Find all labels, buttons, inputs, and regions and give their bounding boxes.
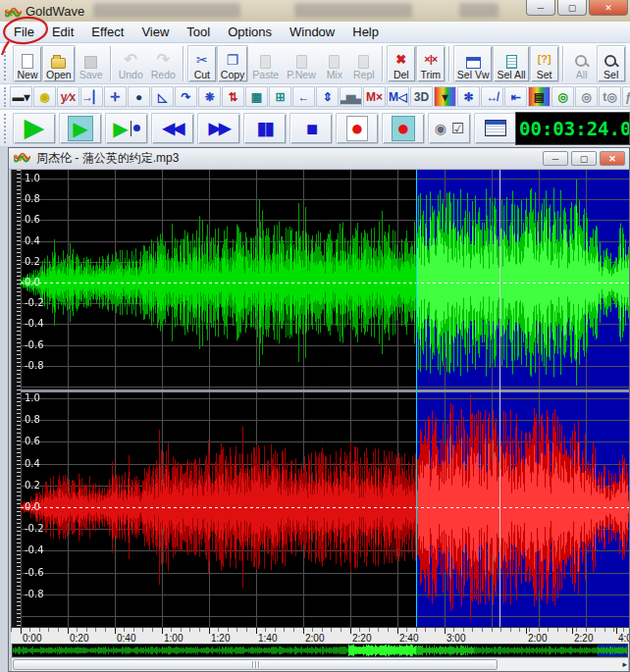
view-3d-eye-icon[interactable]: 3D <box>410 86 433 107</box>
mechanize-flower-icon[interactable]: ❋ <box>198 86 221 107</box>
mix-button[interactable]: Mix <box>320 45 349 82</box>
offset-icon[interactable]: →▏ <box>80 86 103 107</box>
resample-updown-icon[interactable]: ⇕ <box>316 86 339 107</box>
overview-strip[interactable] <box>12 644 628 657</box>
button-label: Del <box>394 69 409 80</box>
doppler-ring-icon[interactable]: ◎ <box>551 86 574 107</box>
compressor-oval-icon[interactable]: ● <box>128 86 150 107</box>
trim-button[interactable]: Trim <box>416 45 446 82</box>
sel-all-button[interactable]: Sel All <box>493 45 529 82</box>
folder-icon <box>51 58 66 69</box>
pause-button[interactable]: ▮▮ <box>243 113 287 144</box>
set-button[interactable]: Set <box>530 45 559 82</box>
stop-button[interactable]: ■ <box>289 113 333 144</box>
cut-button[interactable]: Cut <box>187 45 217 82</box>
toolbar-drag-handle[interactable] <box>4 47 9 80</box>
reverse-icon[interactable]: ↷ <box>175 86 197 107</box>
copy-button[interactable]: Copy <box>217 45 249 82</box>
channel-matrix-icon[interactable]: M◁ <box>387 86 409 107</box>
paste-button[interactable]: Paste <box>248 45 283 82</box>
minimize-button[interactable]: ─ <box>526 0 555 16</box>
eq-bars-icon[interactable]: ▂▅▃ <box>340 86 362 107</box>
toolbar-separator <box>562 46 564 81</box>
properties-window-icon <box>485 120 506 136</box>
repl-button[interactable]: Repl <box>349 45 379 82</box>
echo-ring-icon[interactable]: ◎ <box>575 86 598 107</box>
close-button[interactable]: ✕ <box>589 0 628 16</box>
shape-volume-icon[interactable]: ◺ <box>151 86 174 107</box>
horizontal-scrollbar[interactable]: ▸ <box>11 657 629 672</box>
doc-minimize-button[interactable]: ─ <box>543 151 568 166</box>
frequency-ring-icon[interactable]: ƒ◎ <box>622 86 630 107</box>
menu-window[interactable]: Window <box>281 23 343 41</box>
device-controls-icon[interactable]: ◉ <box>33 86 56 107</box>
fast-forward-button[interactable]: ▶▶ <box>197 113 240 144</box>
stereo-box-icon[interactable]: ⊞ <box>269 86 291 107</box>
redo-button[interactable]: Redo <box>147 45 180 82</box>
play-marker-button[interactable]: ▶ <box>105 113 148 144</box>
timeline-label: 1:00 <box>164 633 183 644</box>
menu-view[interactable]: View <box>132 23 178 41</box>
all-button[interactable]: All <box>567 45 597 82</box>
film-strip-icon[interactable]: ▤ <box>528 86 551 107</box>
menu-edit[interactable]: Edit <box>43 23 82 41</box>
timeline-tick <box>526 628 527 634</box>
page-icon <box>22 54 33 69</box>
scroll-right-arrow[interactable]: ▸ <box>622 659 627 670</box>
preset-bar-icon[interactable]: ▬▾ <box>10 86 32 107</box>
time-ring-icon[interactable]: t◎ <box>599 86 621 107</box>
doc-restore-button[interactable]: ▢ <box>571 151 597 166</box>
menu-file[interactable]: File <box>5 23 43 41</box>
marker-bar <box>131 121 131 136</box>
mute-matrix-icon[interactable]: M× <box>363 86 386 107</box>
open-button[interactable]: Open <box>42 45 76 82</box>
timeline-tick <box>303 628 304 634</box>
timeline-label: 2:00 <box>305 633 324 644</box>
waveform-display[interactable] <box>21 170 630 627</box>
timeline-label: 1:20 <box>211 633 230 644</box>
spectrum-drop-icon[interactable]: ▾ <box>434 86 456 107</box>
record-selection-button[interactable]: ● <box>382 113 425 144</box>
del-button[interactable]: Del <box>387 45 416 82</box>
goldwave-logo-icon <box>5 5 22 22</box>
timeline-tick <box>115 628 116 634</box>
maximize-volume-icon[interactable]: ✛ <box>104 86 127 107</box>
button-label: Mix <box>327 69 342 80</box>
scrollbar-thumb[interactable] <box>13 659 498 670</box>
doc-close-button[interactable]: ✕ <box>600 151 625 166</box>
new-button[interactable]: New <box>13 45 42 82</box>
background-window-blur <box>93 3 240 18</box>
control-properties-button[interactable] <box>474 113 517 144</box>
timeline-label: 0:00 <box>23 633 41 644</box>
document-titlebar[interactable]: 周杰伦 - 蒲公英的约定.mp3 ─ ▢ ✕ <box>9 148 629 170</box>
document-window: 周杰伦 - 蒲公英的约定.mp3 ─ ▢ ✕ 0:000:200:401:001… <box>8 147 630 672</box>
sel-button[interactable]: Sel <box>597 45 626 82</box>
play-selection-button[interactable]: ▶ <box>59 113 102 144</box>
app-titlebar[interactable]: GoldWave ─ ▢ ✕ <box>0 0 630 22</box>
noise-sparkle-icon[interactable]: ✻ <box>457 86 480 107</box>
undo-button[interactable]: Undo <box>115 45 147 82</box>
save-button[interactable]: Save <box>76 45 107 82</box>
sel-vw-button[interactable]: Sel Vw <box>453 45 494 82</box>
expression-yx-icon[interactable]: y∕x <box>57 86 79 107</box>
button-label: Sel Vw <box>457 69 490 80</box>
monitor-record-toggle[interactable]: ◉☑ <box>428 113 471 144</box>
silence-trim-icon[interactable]: ⇤ <box>504 86 527 107</box>
menu-options[interactable]: Options <box>219 23 281 41</box>
maximize-button[interactable]: ▢ <box>557 0 587 16</box>
timewarp-arrow-icon[interactable]: ↮ <box>481 86 503 107</box>
menu-effect[interactable]: Effect <box>82 23 132 41</box>
scrollbar-grip <box>255 661 256 668</box>
pitch-updown-icon[interactable]: ⇅ <box>222 86 244 107</box>
menu-help[interactable]: Help <box>343 23 388 41</box>
rewind-button[interactable]: ◀◀ <box>151 113 194 144</box>
toolbar-drag-handle[interactable] <box>4 114 9 143</box>
record-button[interactable]: ● <box>336 113 379 144</box>
play-button[interactable]: ▶ <box>13 113 56 144</box>
parametric-eq-icon[interactable]: ▦ <box>245 86 268 107</box>
flip-left-arrow-icon[interactable]: ← <box>292 86 315 107</box>
p-new-button[interactable]: P.New <box>283 45 320 82</box>
menu-tool[interactable]: Tool <box>178 23 219 41</box>
timeline-tick <box>68 628 69 634</box>
toolbar-drag-handle[interactable] <box>4 87 6 107</box>
